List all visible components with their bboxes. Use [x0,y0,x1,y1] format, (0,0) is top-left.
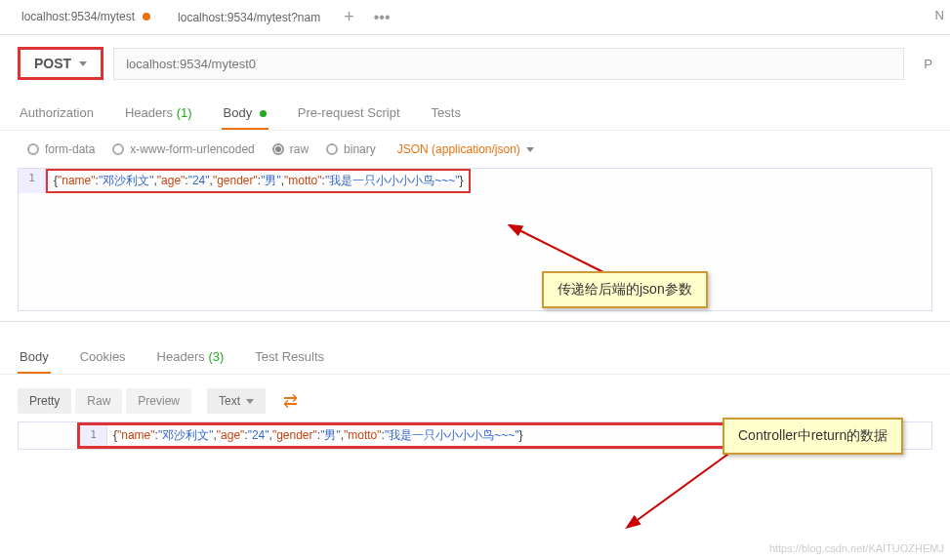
chevron-down-icon [246,399,254,404]
method-label: POST [34,56,71,71]
tab-0[interactable]: localhost:9534/mytest [8,0,164,34]
tab-1[interactable]: localhost:9534/mytest?nam [164,0,334,34]
line-number: 1 [80,425,107,446]
response-tabs: Body Cookies Headers (3) Test Results [0,322,950,375]
raw-button[interactable]: Raw [75,388,122,414]
radio-icon [27,143,39,155]
radio-form-data[interactable]: form-data [27,142,95,156]
json-line: {"name":"邓沙利文","age":"24","gender":"男","… [107,425,528,446]
tab-headers[interactable]: Headers (1) [123,98,194,130]
url-input[interactable]: localhost:9534/mytest0 [113,48,904,80]
tab-label: localhost:9534/mytest [21,10,135,23]
radio-icon [112,143,124,155]
request-body-editor[interactable]: 1 {"name":"邓沙利文","age":"24","gender":"男"… [18,168,932,311]
resp-tab-headers[interactable]: Headers (3) [155,341,227,374]
radio-urlencoded[interactable]: x-www-form-urlencoded [112,142,254,156]
format-selector[interactable]: Text [207,388,266,414]
callout-request-json: 传递给后端的json参数 [542,271,708,308]
radio-icon [272,143,284,155]
wrap-lines-icon[interactable]: ⇄ [283,390,298,412]
watermark: https://blog.csdn.net/KAITUOZHEMJ [769,542,944,554]
svg-line-1 [635,444,742,522]
tabs-bar: localhost:9534/mytest localhost:9534/myt… [0,0,950,35]
json-line: {"name":"邓沙利文","age":"24","gender":"男","… [46,169,471,193]
request-tabs: Authorization Headers (1) Body Pre-reque… [0,90,950,131]
radio-icon [326,143,338,155]
response-controls: Pretty Raw Preview Text ⇄ [0,375,950,421]
radio-binary[interactable]: binary [326,142,376,156]
line-number: 1 [19,169,46,193]
tab-tests[interactable]: Tests [430,98,463,130]
resp-tab-body[interactable]: Body [18,341,51,374]
cutoff-right: N [935,8,944,22]
chevron-down-icon [526,147,534,152]
pretty-button[interactable]: Pretty [18,388,71,414]
request-row: POST localhost:9534/mytest0 P [0,35,950,90]
resp-tab-cookies[interactable]: Cookies [78,341,128,374]
chevron-down-icon [79,61,87,66]
resp-tab-test-results[interactable]: Test Results [253,341,326,374]
new-tab-button[interactable]: + [334,7,364,27]
preview-button[interactable]: Preview [126,388,191,414]
radio-raw[interactable]: raw [272,142,309,156]
tab-body[interactable]: Body [222,98,268,130]
callout-response-data: Controller中return的数据 [723,418,903,455]
body-active-dot-icon [260,110,267,117]
content-type-selector[interactable]: JSON (application/json) [397,142,534,156]
modified-dot-icon [143,13,150,20]
cutoff-right-p: P [914,57,932,71]
body-type-row: form-data x-www-form-urlencoded raw bina… [0,131,950,168]
tab-authorization[interactable]: Authorization [18,98,96,130]
tab-more-button[interactable]: ••• [364,9,400,26]
tab-prerequest[interactable]: Pre-request Script [296,98,402,130]
method-selector[interactable]: POST [18,47,103,80]
tab-label: localhost:9534/mytest?nam [178,11,320,24]
